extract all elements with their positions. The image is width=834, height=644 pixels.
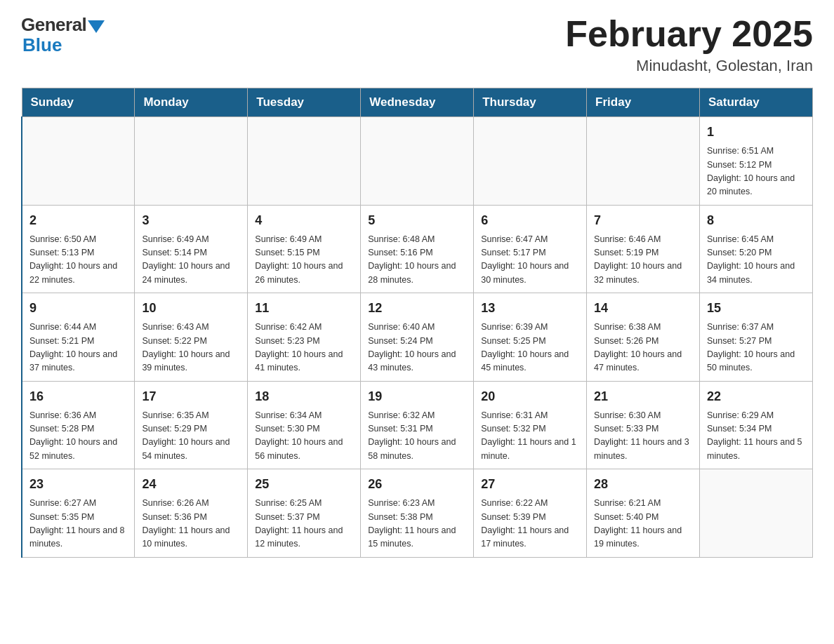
calendar-cell: 20Sunrise: 6:31 AMSunset: 5:32 PMDayligh… xyxy=(474,381,587,469)
calendar-cell xyxy=(135,117,248,206)
day-number: 7 xyxy=(594,211,692,230)
location-title: Minudasht, Golestan, Iran xyxy=(565,57,813,75)
day-number: 13 xyxy=(481,299,579,318)
logo-general-text: General xyxy=(21,14,86,36)
calendar-header-thursday: Thursday xyxy=(474,88,587,117)
page-header: General Blue February 2025 Minudasht, Go… xyxy=(21,14,813,75)
logo-triangle-icon xyxy=(88,20,105,33)
calendar-cell xyxy=(587,117,700,206)
calendar-cell: 2Sunrise: 6:50 AMSunset: 5:13 PMDaylight… xyxy=(22,205,135,293)
title-section: February 2025 Minudasht, Golestan, Iran xyxy=(565,14,813,75)
day-info: Sunrise: 6:31 AMSunset: 5:32 PMDaylight:… xyxy=(481,409,579,464)
calendar-cell: 15Sunrise: 6:37 AMSunset: 5:27 PMDayligh… xyxy=(700,293,813,382)
day-number: 4 xyxy=(255,211,353,230)
day-info: Sunrise: 6:38 AMSunset: 5:26 PMDaylight:… xyxy=(594,321,692,375)
day-info: Sunrise: 6:21 AMSunset: 5:40 PMDaylight:… xyxy=(594,497,692,551)
calendar-header-saturday: Saturday xyxy=(700,88,813,117)
calendar-cell: 25Sunrise: 6:25 AMSunset: 5:37 PMDayligh… xyxy=(248,469,361,558)
day-info: Sunrise: 6:45 AMSunset: 5:20 PMDaylight:… xyxy=(707,233,805,288)
calendar-cell xyxy=(22,117,135,206)
calendar-cell: 18Sunrise: 6:34 AMSunset: 5:30 PMDayligh… xyxy=(248,381,361,469)
day-info: Sunrise: 6:25 AMSunset: 5:37 PMDaylight:… xyxy=(255,497,353,551)
calendar-cell: 21Sunrise: 6:30 AMSunset: 5:33 PMDayligh… xyxy=(587,381,700,469)
day-info: Sunrise: 6:49 AMSunset: 5:14 PMDaylight:… xyxy=(142,233,240,288)
day-info: Sunrise: 6:43 AMSunset: 5:22 PMDaylight:… xyxy=(142,321,240,375)
day-info: Sunrise: 6:51 AMSunset: 5:12 PMDaylight:… xyxy=(707,145,805,199)
calendar-cell: 28Sunrise: 6:21 AMSunset: 5:40 PMDayligh… xyxy=(587,469,700,558)
calendar-cell xyxy=(361,117,474,206)
day-number: 11 xyxy=(255,299,353,318)
day-info: Sunrise: 6:30 AMSunset: 5:33 PMDaylight:… xyxy=(594,409,692,464)
calendar-header-tuesday: Tuesday xyxy=(248,88,361,117)
day-number: 20 xyxy=(481,387,579,406)
calendar-week-5: 23Sunrise: 6:27 AMSunset: 5:35 PMDayligh… xyxy=(22,469,813,558)
day-number: 21 xyxy=(594,387,692,406)
day-number: 14 xyxy=(594,299,692,318)
logo-blue-text: Blue xyxy=(21,34,62,56)
month-title: February 2025 xyxy=(565,14,813,54)
calendar-cell: 14Sunrise: 6:38 AMSunset: 5:26 PMDayligh… xyxy=(587,293,700,382)
calendar-cell: 6Sunrise: 6:47 AMSunset: 5:17 PMDaylight… xyxy=(474,205,587,293)
calendar-header-monday: Monday xyxy=(135,88,248,117)
day-number: 3 xyxy=(142,211,240,230)
calendar-cell: 11Sunrise: 6:42 AMSunset: 5:23 PMDayligh… xyxy=(248,293,361,382)
calendar-table: SundayMondayTuesdayWednesdayThursdayFrid… xyxy=(21,88,813,558)
calendar-cell xyxy=(248,117,361,206)
calendar-cell: 19Sunrise: 6:32 AMSunset: 5:31 PMDayligh… xyxy=(361,381,474,469)
day-info: Sunrise: 6:42 AMSunset: 5:23 PMDaylight:… xyxy=(255,321,353,375)
calendar-week-1: 1Sunrise: 6:51 AMSunset: 5:12 PMDaylight… xyxy=(22,117,813,206)
calendar-week-4: 16Sunrise: 6:36 AMSunset: 5:28 PMDayligh… xyxy=(22,381,813,469)
day-number: 17 xyxy=(142,387,240,406)
calendar-cell xyxy=(474,117,587,206)
calendar-cell: 3Sunrise: 6:49 AMSunset: 5:14 PMDaylight… xyxy=(135,205,248,293)
calendar-cell: 13Sunrise: 6:39 AMSunset: 5:25 PMDayligh… xyxy=(474,293,587,382)
day-info: Sunrise: 6:46 AMSunset: 5:19 PMDaylight:… xyxy=(594,233,692,288)
calendar-header-friday: Friday xyxy=(587,88,700,117)
calendar-cell: 22Sunrise: 6:29 AMSunset: 5:34 PMDayligh… xyxy=(700,381,813,469)
day-number: 15 xyxy=(707,299,805,318)
day-number: 24 xyxy=(142,475,240,494)
day-info: Sunrise: 6:48 AMSunset: 5:16 PMDaylight:… xyxy=(368,233,466,288)
day-info: Sunrise: 6:27 AMSunset: 5:35 PMDaylight:… xyxy=(29,497,127,551)
day-info: Sunrise: 6:50 AMSunset: 5:13 PMDaylight:… xyxy=(29,233,127,288)
day-number: 1 xyxy=(707,123,805,142)
day-number: 26 xyxy=(368,475,466,494)
day-number: 23 xyxy=(29,475,127,494)
day-number: 10 xyxy=(142,299,240,318)
day-info: Sunrise: 6:39 AMSunset: 5:25 PMDaylight:… xyxy=(481,321,579,375)
day-number: 28 xyxy=(594,475,692,494)
day-info: Sunrise: 6:47 AMSunset: 5:17 PMDaylight:… xyxy=(481,233,579,288)
day-number: 6 xyxy=(481,211,579,230)
calendar-cell: 1Sunrise: 6:51 AMSunset: 5:12 PMDaylight… xyxy=(700,117,813,206)
day-number: 16 xyxy=(29,387,127,406)
day-info: Sunrise: 6:49 AMSunset: 5:15 PMDaylight:… xyxy=(255,233,353,288)
calendar-cell: 9Sunrise: 6:44 AMSunset: 5:21 PMDaylight… xyxy=(22,293,135,382)
calendar-cell: 8Sunrise: 6:45 AMSunset: 5:20 PMDaylight… xyxy=(700,205,813,293)
day-number: 5 xyxy=(368,211,466,230)
calendar-cell: 5Sunrise: 6:48 AMSunset: 5:16 PMDaylight… xyxy=(361,205,474,293)
calendar-cell: 16Sunrise: 6:36 AMSunset: 5:28 PMDayligh… xyxy=(22,381,135,469)
calendar-cell: 4Sunrise: 6:49 AMSunset: 5:15 PMDaylight… xyxy=(248,205,361,293)
calendar-cell: 17Sunrise: 6:35 AMSunset: 5:29 PMDayligh… xyxy=(135,381,248,469)
calendar-cell: 24Sunrise: 6:26 AMSunset: 5:36 PMDayligh… xyxy=(135,469,248,558)
day-info: Sunrise: 6:22 AMSunset: 5:39 PMDaylight:… xyxy=(481,497,579,551)
day-number: 27 xyxy=(481,475,579,494)
day-number: 9 xyxy=(29,299,127,318)
day-info: Sunrise: 6:32 AMSunset: 5:31 PMDaylight:… xyxy=(368,409,466,464)
day-info: Sunrise: 6:40 AMSunset: 5:24 PMDaylight:… xyxy=(368,321,466,375)
calendar-cell: 26Sunrise: 6:23 AMSunset: 5:38 PMDayligh… xyxy=(361,469,474,558)
logo: General Blue xyxy=(21,14,105,56)
calendar-header-sunday: Sunday xyxy=(22,88,135,117)
calendar-header-row: SundayMondayTuesdayWednesdayThursdayFrid… xyxy=(22,88,813,117)
calendar-cell: 10Sunrise: 6:43 AMSunset: 5:22 PMDayligh… xyxy=(135,293,248,382)
day-number: 12 xyxy=(368,299,466,318)
day-info: Sunrise: 6:26 AMSunset: 5:36 PMDaylight:… xyxy=(142,497,240,551)
calendar-cell: 23Sunrise: 6:27 AMSunset: 5:35 PMDayligh… xyxy=(22,469,135,558)
day-number: 18 xyxy=(255,387,353,406)
calendar-cell: 12Sunrise: 6:40 AMSunset: 5:24 PMDayligh… xyxy=(361,293,474,382)
calendar-cell xyxy=(700,469,813,558)
day-info: Sunrise: 6:35 AMSunset: 5:29 PMDaylight:… xyxy=(142,409,240,464)
day-info: Sunrise: 6:34 AMSunset: 5:30 PMDaylight:… xyxy=(255,409,353,464)
calendar-cell: 27Sunrise: 6:22 AMSunset: 5:39 PMDayligh… xyxy=(474,469,587,558)
day-number: 25 xyxy=(255,475,353,494)
